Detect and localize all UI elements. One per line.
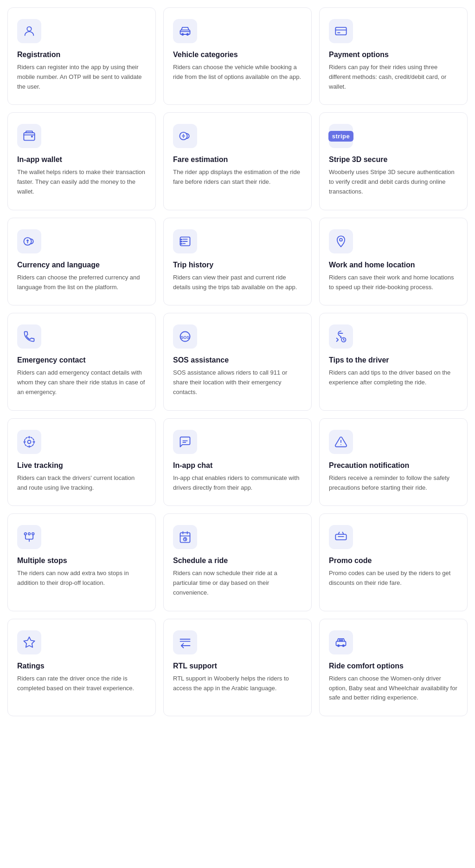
card-title: Fare estimation (173, 155, 302, 164)
card-ride-comfort: Ride comfort options Riders can choose t… (319, 619, 468, 716)
svg-rect-11 (180, 243, 182, 244)
svg-point-0 (27, 27, 31, 31)
card-desc: Wooberly uses Stripe 3D secure authentic… (329, 168, 458, 196)
card-title: Tips to the driver (329, 356, 458, 364)
card-title: Promo code (329, 557, 458, 565)
card-vehicle-categories: Vehicle categories Riders can choose the… (163, 7, 312, 105)
comfort-icon (329, 630, 353, 654)
svg-rect-9 (180, 239, 182, 240)
card-title: In-app wallet (17, 155, 146, 164)
card-title: Ratings (17, 662, 146, 670)
card-title: Stripe 3D secure (329, 155, 458, 164)
card-desc: Riders can rate the driver once the ride… (17, 674, 146, 693)
card-title: Work and home location (329, 261, 458, 269)
star-icon (17, 630, 41, 654)
card-fare-estimation: Fare estimation The rider app displays t… (163, 112, 312, 210)
card-payment-options: Payment options Riders can pay for their… (319, 7, 468, 105)
tracking-icon (17, 430, 41, 454)
card-registration: Registration Riders can register into th… (7, 7, 156, 105)
card-in-app-chat: In-app chat In-app chat enables riders t… (163, 418, 312, 506)
location-icon (329, 229, 353, 253)
list-icon (173, 229, 197, 253)
car-icon (173, 19, 197, 43)
card-title: Schedule a ride (173, 557, 302, 565)
svg-rect-5 (24, 133, 34, 140)
schedule-icon (173, 525, 197, 549)
card-desc: The rider app displays the estimation of… (173, 168, 302, 187)
card-desc: Promo codes can be used by the riders to… (329, 569, 458, 588)
feature-grid: Registration Riders can register into th… (7, 7, 468, 716)
card-schedule-ride: Schedule a ride Riders can now schedule … (163, 513, 312, 611)
sos-icon: SOS (173, 324, 197, 349)
svg-rect-10 (180, 241, 182, 242)
card-desc: Riders can track the drivers' current lo… (17, 473, 146, 493)
card-desc: The riders can now add extra two stops i… (17, 569, 146, 588)
card-desc: Riders can register into the app by usin… (17, 63, 146, 91)
card-multiple-stops: Multiple stops The riders can now add ex… (7, 513, 156, 611)
tips-icon (329, 324, 353, 349)
card-desc: Riders can choose the Women-only driver … (329, 674, 458, 703)
card-desc: Riders receive a reminder to follow the … (329, 473, 458, 493)
svg-rect-23 (335, 535, 346, 540)
card-desc: Riders can choose the vehicle while book… (173, 63, 302, 82)
coins-icon (173, 124, 197, 148)
wallet-icon (17, 124, 41, 148)
emergency-call-icon (17, 324, 41, 349)
card-title: Vehicle categories (173, 51, 302, 59)
warning-icon (329, 430, 353, 454)
card-emergency-contact: Emergency contact Riders can add emergen… (7, 313, 156, 410)
card-title: Precaution notification (329, 461, 458, 470)
card-rtl-support: RTL support RTL support in Wooberly help… (163, 619, 312, 716)
card-desc: Riders can save their work and home loca… (329, 273, 458, 292)
card-work-home-location: Work and home location Riders can save t… (319, 218, 468, 306)
card-title: In-app chat (173, 461, 302, 470)
card-desc: Riders can choose the preferred currency… (17, 273, 146, 292)
card-title: Emergency contact (17, 356, 146, 364)
stops-icon (17, 525, 41, 549)
card-title: Registration (17, 51, 146, 59)
card-desc: Riders can view their past and current r… (173, 273, 302, 292)
card-title: Trip history (173, 261, 302, 269)
card-sos-assistance: SOS SOS assistance SOS assistance allows… (163, 313, 312, 410)
card-desc: Riders can now schedule their ride at a … (173, 569, 302, 597)
card-live-tracking: Live tracking Riders can track the drive… (7, 418, 156, 506)
card-currency-language: Currency and language Riders can choose … (7, 218, 156, 306)
card-desc: Riders can add emergency contact details… (17, 368, 146, 397)
card-precaution-notification: Precaution notification Riders receive a… (319, 418, 468, 506)
card-desc: In-app chat enables riders to communicat… (173, 473, 302, 493)
card-title: Ride comfort options (329, 662, 458, 670)
svg-rect-4 (335, 27, 346, 35)
svg-marker-24 (24, 637, 34, 647)
card-tips-driver: Tips to the driver Riders can add tips t… (319, 313, 468, 410)
card-ratings: Ratings Riders can rate the driver once … (7, 619, 156, 716)
card-title: Live tracking (17, 461, 146, 470)
card-desc: RTL support in Wooberly helps the riders… (173, 674, 302, 693)
svg-text:SOS: SOS (180, 335, 190, 340)
card-title: Multiple stops (17, 557, 146, 565)
card-desc: Riders can add tips to the driver based … (329, 368, 458, 388)
stripe-icon: stripe (329, 124, 353, 148)
credit-card-icon (329, 19, 353, 43)
card-promo-code: Promo code Promo codes can be used by th… (319, 513, 468, 611)
promo-icon (329, 525, 353, 549)
person-icon (17, 19, 41, 43)
card-desc: Riders can pay for their rides using thr… (329, 63, 458, 91)
card-title: SOS assistance (173, 356, 302, 364)
svg-point-19 (28, 533, 31, 535)
card-desc: SOS assistance allows riders to call 911… (173, 368, 302, 397)
card-title: Currency and language (17, 261, 146, 269)
card-title: RTL support (173, 662, 302, 670)
card-trip-history: Trip history Riders can view their past … (163, 218, 312, 306)
chat-icon (173, 430, 197, 454)
card-desc: The wallet helps riders to make their tr… (17, 168, 146, 196)
svg-point-12 (340, 238, 342, 241)
card-title: Payment options (329, 51, 458, 59)
card-stripe-3d-secure: stripe Stripe 3D secure Wooberly uses St… (319, 112, 468, 210)
svg-point-16 (28, 440, 31, 443)
card-in-app-wallet: In-app wallet The wallet helps riders to… (7, 112, 156, 210)
rtl-icon (173, 630, 197, 654)
currency-icon (17, 229, 41, 253)
